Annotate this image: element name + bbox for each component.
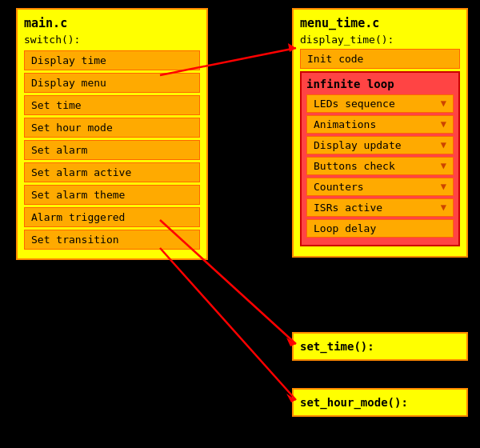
arrow-down-icon: ▼	[441, 98, 446, 108]
arrow-down-icon: ▼	[441, 161, 446, 170]
loop-item-counters: Counters ▼	[306, 178, 454, 196]
set-hour-mode-label: set_hour_mode():	[300, 396, 460, 409]
switch-item-set-alarm-active: Set alarm active	[24, 162, 200, 182]
arrow-down-icon: ▼	[441, 119, 446, 129]
menu-time-c-title: menu_time.c	[300, 16, 460, 30]
main-c-panel: main.c switch(): Display time Display me…	[16, 8, 208, 260]
loop-item-display-update: Display update ▼	[306, 136, 454, 154]
arrow-down-icon: ▼	[441, 182, 446, 191]
switch-item-set-hour-mode: Set hour mode	[24, 118, 200, 138]
set-time-panel: set_time():	[292, 332, 468, 361]
arrow-down-icon: ▼	[441, 202, 446, 212]
loop-item-isrs-active: ISRs active ▼	[306, 198, 454, 217]
switch-label: switch():	[24, 34, 200, 46]
svg-line-4	[160, 248, 296, 400]
infinite-loop-title: infinite loop	[306, 78, 454, 90]
arrow-down-icon: ▼	[441, 140, 446, 150]
loop-item-animations: Animations ▼	[306, 115, 454, 134]
set-hour-mode-panel: set_hour_mode():	[292, 388, 468, 417]
switch-item-set-transition: Set transition	[24, 230, 200, 250]
menu-time-c-panel: menu_time.c display_time(): Init code in…	[292, 8, 468, 258]
main-c-title: main.c	[24, 16, 200, 30]
switch-item-alarm-triggered: Alarm triggered	[24, 207, 200, 227]
switch-item-set-time: Set time	[24, 95, 200, 115]
switch-item-set-alarm-theme: Set alarm theme	[24, 185, 200, 205]
loop-item-loop-delay: Loop delay	[306, 219, 454, 238]
infinite-loop-box: infinite loop LEDs sequence ▼ Animations…	[300, 71, 460, 246]
loop-item-leds: LEDs sequence ▼	[306, 94, 454, 113]
switch-item-display-menu: Display menu	[24, 73, 200, 93]
init-code-item: Init code	[300, 49, 460, 69]
switch-item-display-time: Display time	[24, 50, 200, 70]
display-time-label: display_time():	[300, 34, 460, 46]
set-time-label: set_time():	[300, 340, 460, 353]
loop-item-buttons-check: Buttons check ▼	[306, 157, 454, 175]
switch-item-set-alarm: Set alarm	[24, 140, 200, 160]
